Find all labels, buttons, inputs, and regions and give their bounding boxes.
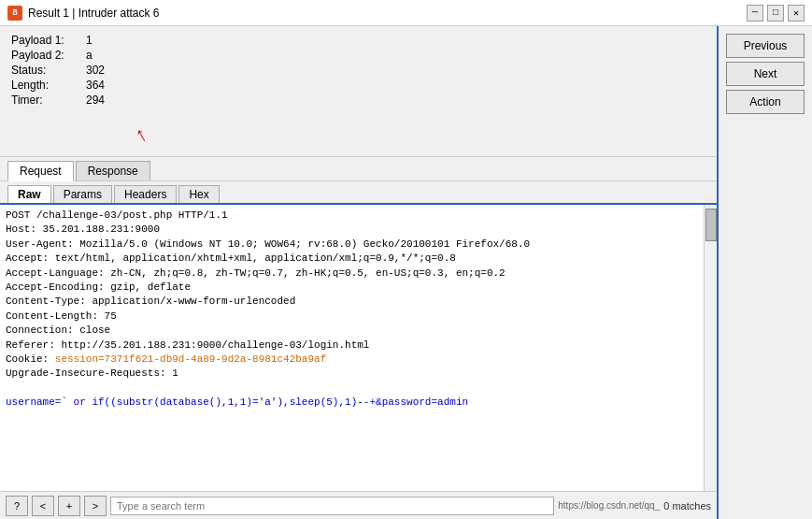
title-bar-left: B Result 1 | Intruder attack 6 xyxy=(7,6,160,21)
content-line: User-Agent: Mozilla/5.0 (Windows NT 10.0… xyxy=(6,238,700,252)
bottom-bar: ? < + > https://blog.csdn.net/qq_ 0 matc… xyxy=(0,491,717,519)
length-value: 364 xyxy=(86,79,105,92)
back-button[interactable]: < xyxy=(32,496,54,516)
close-button[interactable]: ✕ xyxy=(788,5,805,22)
sub-tab-hex[interactable]: Hex xyxy=(178,185,219,203)
window-title: Result 1 | Intruder attack 6 xyxy=(28,7,160,20)
payload1-row: Payload 1: 1 xyxy=(11,34,705,47)
status-label: Status: xyxy=(11,64,86,77)
content-line: Referer: http://35.201.188.231:9000/chal… xyxy=(6,339,700,353)
scrollbar[interactable] xyxy=(704,205,717,491)
info-section: Payload 1: 1 Payload 2: a Status: 302 Le… xyxy=(0,26,717,157)
right-panel: Previous Next Action xyxy=(719,26,812,519)
length-row: Length: 364 xyxy=(11,79,705,92)
help-button[interactable]: ? xyxy=(6,496,28,516)
payload1-label: Payload 1: xyxy=(11,34,86,47)
content-wrapper: POST /challenge-03/post.php HTTP/1.1 Hos… xyxy=(0,205,717,491)
content-line: Connection: close xyxy=(6,324,700,338)
content-line xyxy=(6,382,700,396)
tab-request[interactable]: Request xyxy=(7,161,74,181)
timer-value: 294 xyxy=(86,94,105,107)
content-line: Accept: text/html, application/xhtml+xml… xyxy=(6,252,700,266)
timer-label: Timer: xyxy=(11,94,86,107)
next-button[interactable]: Next xyxy=(726,62,805,86)
url-text: https://blog.csdn.net/qq_ xyxy=(558,500,660,511)
sub-tab-headers[interactable]: Headers xyxy=(114,185,177,203)
payload2-label: Payload 2: xyxy=(11,49,86,62)
content-line: Content-Type: application/x-www-form-url… xyxy=(6,295,700,309)
request-content[interactable]: POST /challenge-03/post.php HTTP/1.1 Hos… xyxy=(0,205,717,491)
length-label: Length: xyxy=(11,79,86,92)
content-line: Upgrade-Insecure-Requests: 1 xyxy=(6,367,700,381)
payload2-row: Payload 2: a xyxy=(11,49,705,62)
arrow-indicator: ↑ xyxy=(131,123,153,149)
tab-response[interactable]: Response xyxy=(76,161,150,180)
forward-button[interactable]: > xyxy=(84,496,107,516)
matches-count: 0 matches xyxy=(663,500,711,512)
left-panel: Payload 1: 1 Payload 2: a Status: 302 Le… xyxy=(0,26,719,519)
minimize-button[interactable]: ─ xyxy=(747,5,763,22)
previous-button[interactable]: Previous xyxy=(726,34,805,58)
sub-tab-params[interactable]: Params xyxy=(53,185,112,203)
maximize-button[interactable]: □ xyxy=(767,5,784,22)
title-bar: B Result 1 | Intruder attack 6 ─ □ ✕ xyxy=(0,0,812,26)
search-input[interactable] xyxy=(110,497,554,515)
action-button[interactable]: Action xyxy=(726,90,805,114)
sub-tabs: Raw Params Headers Hex xyxy=(0,181,717,205)
scrollbar-thumb[interactable] xyxy=(705,209,717,241)
status-row: Status: 302 xyxy=(11,64,705,77)
add-button[interactable]: + xyxy=(58,496,80,516)
timer-row: Timer: 294 xyxy=(11,94,705,107)
content-line: Content-Length: 75 xyxy=(6,310,700,324)
content-line: Accept-Language: zh-CN, zh;q=0.8, zh-TW;… xyxy=(6,267,700,281)
content-line: POST /challenge-03/post.php HTTP/1.1 xyxy=(6,209,700,223)
cookie-value: session=7371f621-db9d-4a89-9d2a-8981c42b… xyxy=(55,353,326,365)
sub-tab-raw[interactable]: Raw xyxy=(7,185,51,203)
main-container: Payload 1: 1 Payload 2: a Status: 302 Le… xyxy=(0,26,812,519)
payload1-value: 1 xyxy=(86,34,93,47)
status-value: 302 xyxy=(86,64,105,77)
content-line: Accept-Encoding: gzip, deflate xyxy=(6,281,700,295)
payload-line: username=` or if((substr(database(),1,1)… xyxy=(6,396,700,410)
app-icon: B xyxy=(7,6,22,21)
payload2-value: a xyxy=(86,49,93,62)
window-controls: ─ □ ✕ xyxy=(747,5,805,22)
content-line: Host: 35.201.188.231:9000 xyxy=(6,223,700,237)
cookie-line: Cookie: session=7371f621-db9d-4a89-9d2a-… xyxy=(6,353,700,367)
main-tabs: Request Response xyxy=(0,157,717,181)
